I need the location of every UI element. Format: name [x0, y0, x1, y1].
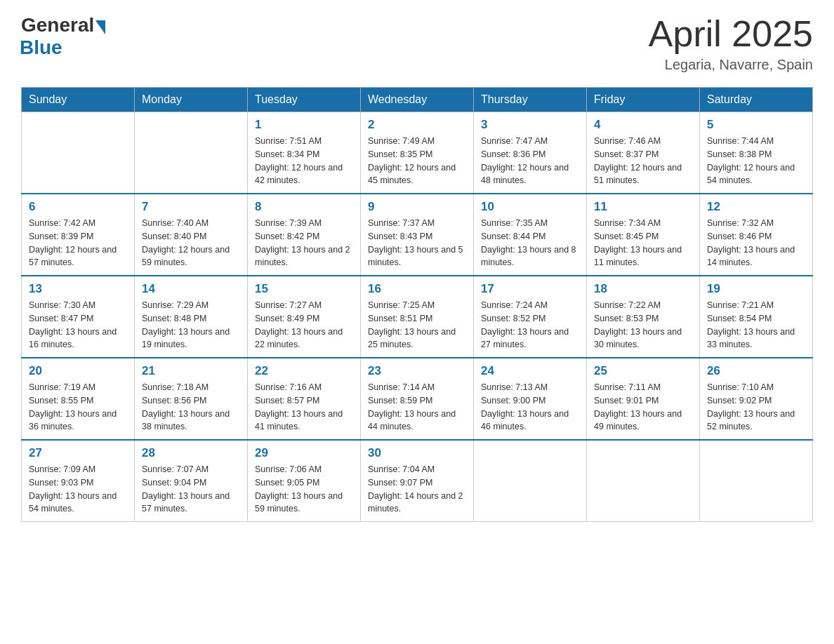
calendar-cell: 19Sunrise: 7:21 AM Sunset: 8:54 PM Dayli…: [700, 276, 813, 358]
day-info: Sunrise: 7:06 AM Sunset: 9:05 PM Dayligh…: [255, 463, 353, 516]
calendar-cell: 28Sunrise: 7:07 AM Sunset: 9:04 PM Dayli…: [135, 440, 248, 522]
day-info: Sunrise: 7:39 AM Sunset: 8:42 PM Dayligh…: [255, 217, 353, 269]
weekday-header-wednesday: Wednesday: [361, 88, 474, 112]
day-number: 29: [255, 446, 353, 460]
calendar-cell: 24Sunrise: 7:13 AM Sunset: 9:00 PM Dayli…: [474, 358, 587, 440]
day-number: 30: [368, 446, 466, 460]
day-info: Sunrise: 7:40 AM Sunset: 8:40 PM Dayligh…: [142, 217, 240, 269]
day-number: 4: [594, 118, 692, 132]
day-number: 15: [255, 282, 353, 296]
day-info: Sunrise: 7:47 AM Sunset: 8:36 PM Dayligh…: [481, 135, 579, 187]
day-info: Sunrise: 7:10 AM Sunset: 9:02 PM Dayligh…: [707, 381, 805, 434]
calendar-cell: [22, 112, 135, 194]
day-info: Sunrise: 7:27 AM Sunset: 8:49 PM Dayligh…: [255, 299, 353, 351]
calendar-cell: 20Sunrise: 7:19 AM Sunset: 8:55 PM Dayli…: [22, 358, 135, 440]
day-number: 11: [594, 200, 692, 214]
calendar-cell: 1Sunrise: 7:51 AM Sunset: 8:34 PM Daylig…: [248, 112, 361, 194]
day-number: 26: [707, 364, 805, 378]
calendar-cell: 23Sunrise: 7:14 AM Sunset: 8:59 PM Dayli…: [361, 358, 474, 440]
day-number: 22: [255, 364, 353, 378]
day-info: Sunrise: 7:30 AM Sunset: 8:47 PM Dayligh…: [29, 299, 127, 351]
calendar-cell: 22Sunrise: 7:16 AM Sunset: 8:57 PM Dayli…: [248, 358, 361, 440]
day-number: 1: [255, 118, 353, 132]
calendar-cell: 29Sunrise: 7:06 AM Sunset: 9:05 PM Dayli…: [248, 440, 361, 522]
calendar-cell: [587, 440, 700, 522]
day-number: 7: [142, 200, 240, 214]
calendar-cell: 13Sunrise: 7:30 AM Sunset: 8:47 PM Dayli…: [22, 276, 135, 358]
day-number: 17: [481, 282, 579, 296]
month-title: April 2025: [649, 14, 813, 54]
day-info: Sunrise: 7:25 AM Sunset: 8:51 PM Dayligh…: [368, 299, 466, 351]
day-info: Sunrise: 7:24 AM Sunset: 8:52 PM Dayligh…: [481, 299, 579, 351]
calendar-cell: 15Sunrise: 7:27 AM Sunset: 8:49 PM Dayli…: [248, 276, 361, 358]
day-info: Sunrise: 7:44 AM Sunset: 8:38 PM Dayligh…: [707, 135, 805, 187]
calendar-cell: 6Sunrise: 7:42 AM Sunset: 8:39 PM Daylig…: [22, 194, 135, 276]
day-info: Sunrise: 7:35 AM Sunset: 8:44 PM Dayligh…: [481, 217, 579, 269]
calendar-cell: 27Sunrise: 7:09 AM Sunset: 9:03 PM Dayli…: [22, 440, 135, 522]
day-info: Sunrise: 7:04 AM Sunset: 9:07 PM Dayligh…: [368, 463, 466, 516]
day-info: Sunrise: 7:37 AM Sunset: 8:43 PM Dayligh…: [368, 217, 466, 269]
day-number: 14: [142, 282, 240, 296]
day-number: 5: [707, 118, 805, 132]
calendar-cell: 25Sunrise: 7:11 AM Sunset: 9:01 PM Dayli…: [587, 358, 700, 440]
location-text: Legaria, Navarre, Spain: [649, 57, 813, 73]
day-info: Sunrise: 7:49 AM Sunset: 8:35 PM Dayligh…: [368, 135, 466, 187]
day-info: Sunrise: 7:09 AM Sunset: 9:03 PM Dayligh…: [29, 463, 127, 516]
day-number: 24: [481, 364, 579, 378]
calendar-cell: 30Sunrise: 7:04 AM Sunset: 9:07 PM Dayli…: [361, 440, 474, 522]
day-number: 16: [368, 282, 466, 296]
day-info: Sunrise: 7:14 AM Sunset: 8:59 PM Dayligh…: [368, 381, 466, 434]
day-info: Sunrise: 7:34 AM Sunset: 8:45 PM Dayligh…: [594, 217, 692, 269]
day-info: Sunrise: 7:19 AM Sunset: 8:55 PM Dayligh…: [29, 381, 127, 434]
day-number: 13: [29, 282, 127, 296]
day-number: 2: [368, 118, 466, 132]
weekday-header-sunday: Sunday: [22, 88, 135, 112]
day-number: 23: [368, 364, 466, 378]
logo-general-text: General: [21, 14, 94, 36]
calendar-cell: 5Sunrise: 7:44 AM Sunset: 8:38 PM Daylig…: [700, 112, 813, 194]
calendar-cell: [474, 440, 587, 522]
weekday-header-monday: Monday: [135, 88, 248, 112]
calendar-cell: 14Sunrise: 7:29 AM Sunset: 8:48 PM Dayli…: [135, 276, 248, 358]
day-number: 20: [29, 364, 127, 378]
calendar-cell: 18Sunrise: 7:22 AM Sunset: 8:53 PM Dayli…: [587, 276, 700, 358]
day-info: Sunrise: 7:42 AM Sunset: 8:39 PM Dayligh…: [29, 217, 127, 269]
day-info: Sunrise: 7:13 AM Sunset: 9:00 PM Dayligh…: [481, 381, 579, 434]
page-header: General Blue April 2025 Legaria, Navarre…: [21, 14, 813, 73]
day-number: 9: [368, 200, 466, 214]
day-info: Sunrise: 7:51 AM Sunset: 8:34 PM Dayligh…: [255, 135, 353, 187]
calendar-cell: 4Sunrise: 7:46 AM Sunset: 8:37 PM Daylig…: [587, 112, 700, 194]
calendar-cell: 11Sunrise: 7:34 AM Sunset: 8:45 PM Dayli…: [587, 194, 700, 276]
calendar-cell: 9Sunrise: 7:37 AM Sunset: 8:43 PM Daylig…: [361, 194, 474, 276]
day-info: Sunrise: 7:32 AM Sunset: 8:46 PM Dayligh…: [707, 217, 805, 269]
day-number: 27: [29, 446, 127, 460]
title-section: April 2025 Legaria, Navarre, Spain: [649, 14, 813, 73]
day-number: 18: [594, 282, 692, 296]
calendar-cell: [700, 440, 813, 522]
day-info: Sunrise: 7:18 AM Sunset: 8:56 PM Dayligh…: [142, 381, 240, 434]
day-info: Sunrise: 7:11 AM Sunset: 9:01 PM Dayligh…: [594, 381, 692, 434]
day-number: 28: [142, 446, 240, 460]
day-info: Sunrise: 7:46 AM Sunset: 8:37 PM Dayligh…: [594, 135, 692, 187]
calendar-cell: 8Sunrise: 7:39 AM Sunset: 8:42 PM Daylig…: [248, 194, 361, 276]
weekday-header-thursday: Thursday: [474, 88, 587, 112]
calendar-cell: [135, 112, 248, 194]
calendar-cell: 10Sunrise: 7:35 AM Sunset: 8:44 PM Dayli…: [474, 194, 587, 276]
day-number: 25: [594, 364, 692, 378]
day-info: Sunrise: 7:29 AM Sunset: 8:48 PM Dayligh…: [142, 299, 240, 351]
day-info: Sunrise: 7:21 AM Sunset: 8:54 PM Dayligh…: [707, 299, 805, 351]
calendar-cell: 16Sunrise: 7:25 AM Sunset: 8:51 PM Dayli…: [361, 276, 474, 358]
calendar-cell: 2Sunrise: 7:49 AM Sunset: 8:35 PM Daylig…: [361, 112, 474, 194]
calendar-cell: 17Sunrise: 7:24 AM Sunset: 8:52 PM Dayli…: [474, 276, 587, 358]
day-number: 10: [481, 200, 579, 214]
calendar-cell: 7Sunrise: 7:40 AM Sunset: 8:40 PM Daylig…: [135, 194, 248, 276]
day-info: Sunrise: 7:07 AM Sunset: 9:04 PM Dayligh…: [142, 463, 240, 516]
calendar-cell: 21Sunrise: 7:18 AM Sunset: 8:56 PM Dayli…: [135, 358, 248, 440]
logo-triangle-icon: [95, 20, 105, 34]
day-number: 21: [142, 364, 240, 378]
calendar-table: SundayMondayTuesdayWednesdayThursdayFrid…: [21, 87, 813, 522]
weekday-header-saturday: Saturday: [700, 88, 813, 112]
logo-blue-text: Blue: [20, 36, 62, 59]
day-info: Sunrise: 7:16 AM Sunset: 8:57 PM Dayligh…: [255, 381, 353, 434]
calendar-cell: 12Sunrise: 7:32 AM Sunset: 8:46 PM Dayli…: [700, 194, 813, 276]
